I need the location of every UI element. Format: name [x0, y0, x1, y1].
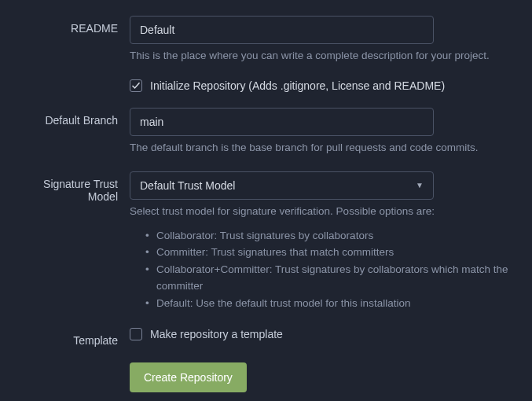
- list-item: Committer: Trust signatures that match c…: [145, 244, 520, 261]
- checkmark-icon: [131, 81, 141, 90]
- list-item: Collaborator+Committer: Trust signatures…: [145, 261, 520, 295]
- default-branch-label: Default Branch: [12, 108, 130, 156]
- init-repo-label: Initialize Repository (Adds .gitignore, …: [150, 79, 445, 92]
- default-branch-help-text: The default branch is the base branch fo…: [130, 141, 520, 156]
- readme-select-value: Default: [140, 24, 174, 36]
- readme-select[interactable]: Default: [130, 16, 434, 44]
- template-checkbox-label: Make repository a template: [150, 328, 283, 340]
- init-repo-checkbox[interactable]: [130, 79, 142, 92]
- template-checkbox[interactable]: [130, 328, 142, 340]
- readme-label: README: [12, 16, 130, 64]
- readme-help-text: This is the place where you can write a …: [130, 49, 520, 64]
- template-label: Template: [12, 328, 130, 347]
- trust-model-label: Signature Trust Model: [12, 171, 130, 312]
- trust-model-select-value: Default Trust Model: [140, 179, 235, 192]
- trust-model-select[interactable]: Default Trust Model ▼: [130, 171, 434, 200]
- chevron-down-icon: ▼: [416, 181, 424, 189]
- trust-model-options-list: Collaborator: Trust signatures by collab…: [130, 227, 520, 312]
- default-branch-input[interactable]: [130, 108, 434, 136]
- list-item: Collaborator: Trust signatures by collab…: [145, 227, 520, 245]
- list-item: Default: Use the default trust model for…: [145, 295, 520, 312]
- create-repository-button[interactable]: Create Repository: [130, 362, 247, 392]
- trust-model-help-text: Select trust model for signature verific…: [130, 204, 520, 219]
